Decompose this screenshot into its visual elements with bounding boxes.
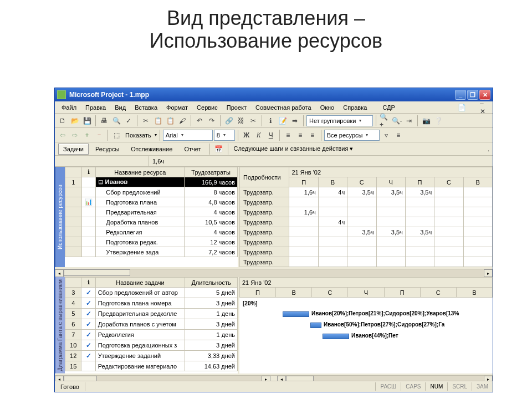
menu-file[interactable]: Файл: [57, 103, 81, 112]
scroll-thumb[interactable]: [64, 269, 130, 276]
undo-icon[interactable]: ↶: [194, 115, 205, 126]
col-indicator[interactable]: ℹ: [81, 167, 96, 177]
grouping-combo[interactable]: Нет группировки▾: [306, 115, 373, 126]
app-window: Microsoft Project - 1.mpp _ ❐ ✕ Файл Пра…: [54, 88, 493, 392]
tab-report[interactable]: Отчет: [179, 144, 206, 155]
calendar-icon[interactable]: 📅: [213, 144, 224, 155]
menu-insert[interactable]: Вставка: [130, 103, 162, 112]
save-icon[interactable]: 💾: [81, 115, 93, 126]
new-icon[interactable]: 🗋: [57, 115, 68, 126]
show-button[interactable]: Показать: [123, 132, 154, 139]
italic-icon[interactable]: К: [253, 130, 264, 141]
goto-icon[interactable]: ➡: [289, 115, 300, 126]
next-steps-dropdown[interactable]: Следующие шаги и связанные действия ▾: [232, 145, 356, 152]
link-icon[interactable]: 🔗: [223, 115, 234, 126]
menu-collab[interactable]: Совместная работа: [251, 103, 316, 112]
bold-icon[interactable]: Ж: [241, 130, 252, 141]
menu-wbs[interactable]: СДР: [378, 103, 400, 112]
menu-edit[interactable]: Правка: [81, 103, 110, 112]
minimize-button[interactable]: _: [455, 90, 466, 100]
tab-tasks[interactable]: Задачи: [58, 144, 89, 155]
font-combo[interactable]: Arial▾: [163, 130, 213, 141]
align-right-icon[interactable]: ≡: [307, 130, 318, 141]
gantt-pane: Диаграмма Ганта с выравниванием ℹНазвани…: [55, 277, 493, 375]
menu-tools[interactable]: Сервис: [192, 103, 222, 112]
col-work[interactable]: Трудозатраты: [185, 167, 238, 177]
doc-icon[interactable]: 📄: [456, 102, 467, 113]
sidetab-resource-usage[interactable]: Использование ресурсов: [55, 167, 65, 267]
paste-icon[interactable]: 📋: [165, 115, 176, 126]
tab-tracking[interactable]: Отслеживание: [126, 144, 177, 155]
gantt-bar[interactable]: [283, 311, 309, 317]
overalloc-icon: 📊: [81, 197, 96, 207]
info-icon[interactable]: ℹ: [265, 115, 276, 126]
menu-format[interactable]: Формат: [162, 103, 192, 112]
app-icon: [57, 90, 66, 99]
open-icon[interactable]: 📂: [69, 115, 80, 126]
app-title: Microsoft Project - 1.mpp: [69, 91, 455, 99]
tab-resources[interactable]: Ресурсы: [90, 144, 124, 155]
formula-bar: 1,6ч: [55, 156, 493, 167]
status-ext: РАСШ: [375, 382, 401, 391]
restore-button[interactable]: ❐: [467, 90, 478, 100]
menu-help[interactable]: Справка: [339, 103, 371, 112]
formula-value[interactable]: 1,6ч: [149, 158, 167, 165]
format-painter-icon[interactable]: 🖌: [177, 115, 188, 126]
nav-back-icon[interactable]: ⇦: [57, 130, 68, 141]
redo-icon[interactable]: ↷: [206, 115, 217, 126]
help-icon[interactable]: ❔: [433, 115, 444, 126]
menubar: Файл Правка Вид Вставка Формат Сервис Пр…: [55, 101, 493, 114]
navbar: Задачи Ресурсы Отслеживание Отчет 📅 След…: [55, 142, 493, 156]
align-center-icon[interactable]: ≡: [295, 130, 306, 141]
close-button[interactable]: ✕: [479, 90, 490, 100]
toolbar-standard: 🗋 📂 💾 🖶 🔍 ✓ ✂ 📋 📋 🖌 ↶ ↷ 🔗 ⛓ ✂ ℹ 📝 ➡: [55, 114, 493, 128]
status-caps: CAPS: [401, 382, 425, 391]
nav-fwd-icon[interactable]: ⇨: [69, 130, 80, 141]
unlink-icon[interactable]: ⛓: [236, 115, 247, 126]
size-combo[interactable]: 8▾: [214, 130, 235, 141]
scroll-left-button[interactable]: ◂: [55, 269, 64, 277]
col-taskname[interactable]: Название задачи: [95, 278, 185, 288]
resource-usage-pane: Использование ресурсов ℹ Название ресурс…: [55, 167, 493, 269]
copy-icon[interactable]: 📋: [152, 115, 163, 126]
zoomout-icon[interactable]: 🔍-: [391, 115, 402, 126]
timephased-table[interactable]: Подробности21 Янв '02 ПВСЧПСВ Трудозатр.…: [239, 167, 493, 267]
note-icon[interactable]: 📝: [277, 115, 288, 126]
titlebar[interactable]: Microsoft Project - 1.mpp _ ❐ ✕: [55, 88, 493, 101]
task-table[interactable]: ℹНазвание задачиДлительность 3✓Сбор пред…: [65, 277, 238, 371]
print-icon[interactable]: 🖶: [99, 115, 110, 126]
align-left-icon[interactable]: ≡: [283, 130, 294, 141]
autofilter-icon[interactable]: ▿: [381, 130, 392, 141]
menu-view[interactable]: Вид: [110, 103, 130, 112]
zoomin-icon[interactable]: 🔍+: [379, 115, 390, 126]
camera-icon[interactable]: 📷: [421, 115, 432, 126]
filter-combo[interactable]: Все ресурсы▾: [324, 130, 380, 141]
split-icon[interactable]: ✂: [248, 115, 259, 126]
plus-icon[interactable]: ＋: [81, 130, 93, 141]
spell-icon[interactable]: ✓: [123, 115, 134, 126]
preview-icon[interactable]: 🔍: [111, 115, 122, 126]
outline-icon[interactable]: ⬚: [111, 130, 122, 141]
statusbar: Готово РАСШ CAPS NUM SCRL ЗАМ: [55, 381, 493, 392]
scroll-right-button[interactable]: ▸: [484, 269, 493, 277]
col-duration[interactable]: Длительность: [185, 278, 238, 288]
gantt-chart[interactable]: 21 Янв '02 ПВСЧПСВ [20%] Иванов[20%];Пет…: [239, 277, 493, 374]
status-ready: Готово: [55, 382, 85, 391]
gantt-bar[interactable]: [323, 334, 349, 339]
col-resname[interactable]: Название ресурса: [96, 167, 185, 177]
resource-table[interactable]: ℹ Название ресурса Трудозатраты 1⊟ Ивано…: [65, 167, 238, 257]
goto-task-icon[interactable]: ⇥: [403, 115, 415, 126]
underline-icon[interactable]: Ч: [265, 130, 277, 141]
gantt-progress-label: [20%]: [243, 300, 258, 306]
gantt-bar[interactable]: [310, 323, 321, 328]
menu-window[interactable]: Окно: [316, 103, 339, 112]
minus-icon[interactable]: －: [94, 130, 105, 141]
status-num: NUM: [425, 382, 447, 391]
col-details[interactable]: Подробности: [240, 167, 289, 187]
slide-title: Вид представления – Использование ресурс…: [0, 0, 532, 55]
cut-icon[interactable]: ✂: [140, 115, 151, 126]
sidetab-leveling-gantt[interactable]: Диаграмма Ганта с выравниванием: [55, 277, 65, 374]
menu-project[interactable]: Проект: [222, 103, 251, 112]
filter2-icon[interactable]: ≡: [393, 130, 404, 141]
doc-close-button[interactable]: – ✕: [479, 102, 490, 113]
